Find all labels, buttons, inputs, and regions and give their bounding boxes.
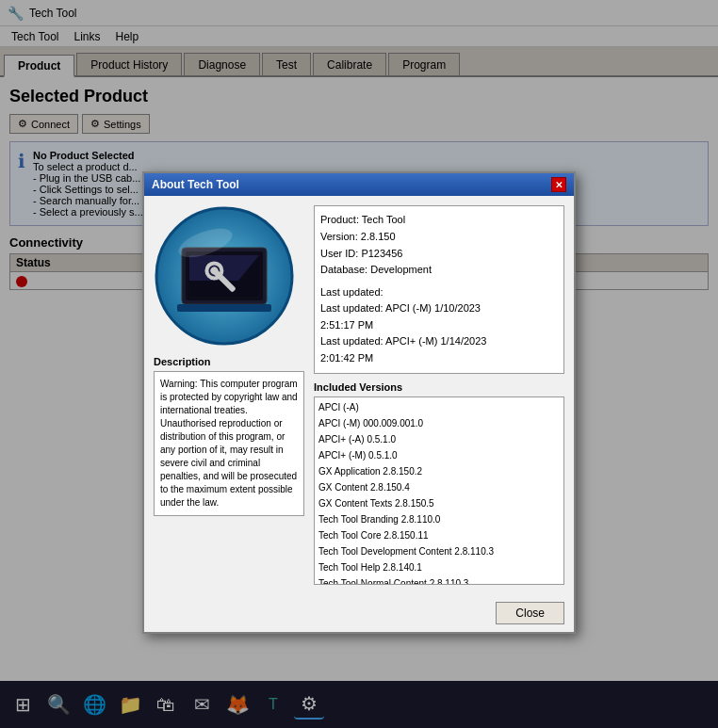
- modal-right-panel: Product: Tech Tool Version: 2.8.150 User…: [314, 205, 564, 584]
- modal-body: Description Warning: This computer progr…: [144, 196, 574, 593]
- versions-list[interactable]: APCI (-A)APCI (-M) 000.009.001.0APCI+ (-…: [314, 396, 564, 585]
- version-item: APCI (-A): [317, 399, 562, 415]
- apciplus-update-line: Last updated: APCI+ (-M) 1/14/2023: [320, 333, 558, 350]
- app-logo: [154, 205, 295, 347]
- apciplus-time-line: 2:01:42 PM: [320, 350, 558, 367]
- version-line: Version: 2.8.150: [320, 229, 558, 246]
- version-item: GX Content Texts 2.8.150.5: [317, 495, 562, 511]
- version-item: Tech Tool Normal Content 2.8.110.3: [317, 575, 562, 585]
- versions-label: Included Versions: [314, 381, 564, 393]
- modal-close-button[interactable]: ✕: [551, 177, 566, 192]
- userid-line: User ID: P123456: [320, 246, 558, 263]
- modal-footer: Close: [144, 594, 574, 632]
- version-item: APCI (-M) 000.009.001.0: [317, 415, 562, 431]
- version-item: Tech Tool Branding 2.8.110.0: [317, 511, 562, 527]
- description-label: Description: [154, 356, 304, 367]
- modal-left-panel: Description Warning: This computer progr…: [154, 205, 304, 584]
- version-item: Tech Tool Help 2.8.140.1: [317, 559, 562, 575]
- modal-overlay: About Tech Tool ✕: [0, 0, 718, 728]
- description-section: Description Warning: This computer progr…: [154, 356, 304, 516]
- last-updated-label: Last updated:: [320, 284, 558, 301]
- close-button[interactable]: Close: [496, 602, 564, 624]
- version-item: APCI+ (-M) 0.5.1.0: [317, 447, 562, 463]
- version-item: APCI+ (-A) 0.5.1.0: [317, 431, 562, 447]
- versions-section: Included Versions APCI (-A)APCI (-M) 000…: [314, 381, 564, 585]
- modal-title: About Tech Tool: [152, 178, 239, 191]
- about-modal: About Tech Tool ✕: [142, 171, 576, 633]
- product-line: Product: Tech Tool: [320, 212, 558, 229]
- info-panel: Product: Tech Tool Version: 2.8.150 User…: [314, 205, 564, 373]
- version-item: Tech Tool Development Content 2.8.110.3: [317, 543, 562, 559]
- description-text: Warning: This computer program is protec…: [154, 371, 304, 516]
- modal-title-bar: About Tech Tool ✕: [144, 173, 574, 196]
- version-item: GX Content 2.8.150.4: [317, 479, 562, 495]
- version-item: Tech Tool Core 2.8.150.11: [317, 527, 562, 543]
- apci-time-line: 2:51:17 PM: [320, 317, 558, 334]
- database-line: Database: Development: [320, 262, 558, 279]
- svg-rect-5: [177, 304, 271, 312]
- version-item: GX Application 2.8.150.2: [317, 463, 562, 479]
- apci-update-line: Last updated: APCI (-M) 1/10/2023: [320, 300, 558, 317]
